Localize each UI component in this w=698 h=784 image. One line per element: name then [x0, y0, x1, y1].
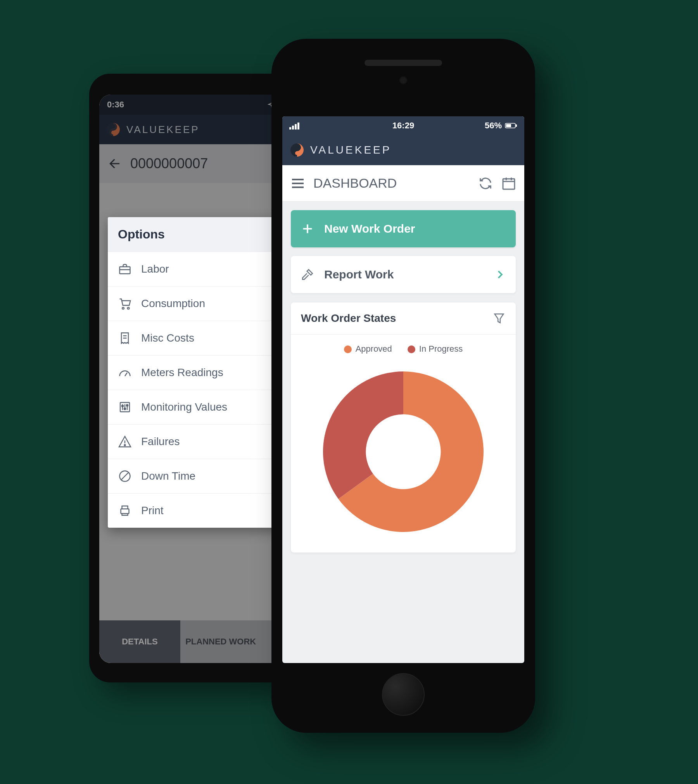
hamburger-icon[interactable] — [290, 176, 306, 191]
iphone-home-button[interactable] — [382, 673, 425, 716]
legend-approved: Approved — [344, 344, 392, 354]
new-work-order-button[interactable]: New Work Order — [291, 210, 516, 247]
option-monitoring-values[interactable]: Monitoring Values — [108, 390, 289, 424]
tab-planned-work[interactable]: PLANNED WORK — [180, 620, 261, 663]
option-label: Misc Costs — [141, 332, 194, 344]
svg-point-7 — [122, 405, 123, 407]
plus-icon — [301, 222, 314, 235]
hammer-icon — [301, 268, 314, 281]
option-misc-costs[interactable]: Misc Costs — [108, 321, 289, 355]
options-title: Options — [108, 217, 289, 252]
dashboard-content: New Work Order Report Work Work Order St… — [282, 202, 524, 561]
report-work-label: Report Work — [324, 268, 394, 281]
ios-status-bar: 16:29 56% — [282, 116, 524, 135]
new-work-order-label: New Work Order — [324, 222, 415, 235]
gauge-icon — [118, 366, 132, 380]
iphone-camera — [399, 76, 408, 85]
record-id: 0000000007 — [130, 155, 208, 172]
option-label: Down Time — [141, 470, 195, 482]
svg-point-9 — [126, 404, 128, 406]
work-order-states-card: Work Order States Approved In Progress — [291, 302, 516, 553]
svg-point-4 — [122, 307, 124, 309]
warning-icon — [118, 435, 132, 449]
option-label: Consumption — [141, 297, 205, 310]
svg-rect-3 — [120, 267, 130, 274]
svg-point-5 — [128, 307, 130, 309]
option-labor[interactable]: Labor — [108, 252, 289, 286]
calendar-icon[interactable] — [501, 176, 517, 191]
dashboard-bar: DASHBOARD — [282, 165, 524, 202]
app-header-right: VALUEKEEP — [282, 135, 524, 165]
tab-details[interactable]: DETAILS — [99, 620, 180, 663]
option-label: Print — [141, 504, 164, 517]
iphone-speaker — [365, 60, 442, 66]
option-down-time[interactable]: Down Time — [108, 459, 289, 493]
svg-point-10 — [124, 445, 126, 446]
back-arrow-icon[interactable] — [108, 156, 123, 171]
report-work-button[interactable]: Report Work — [291, 256, 516, 293]
print-icon — [118, 504, 132, 518]
brand-name: VALUEKEEP — [310, 144, 391, 156]
chart-legend: Approved In Progress — [291, 335, 516, 359]
ban-icon — [118, 469, 132, 483]
refresh-icon[interactable] — [478, 176, 493, 191]
page-title: DASHBOARD — [313, 176, 470, 191]
option-label: Failures — [141, 435, 180, 448]
iphone-screen: 16:29 56% VALUEKEEP DASHBOARD — [282, 116, 524, 663]
receipt-icon — [118, 331, 132, 345]
svg-rect-20 — [503, 179, 515, 189]
option-consumption[interactable]: Consumption — [108, 286, 289, 321]
sliders-icon — [118, 400, 132, 414]
device-iphone: 16:29 56% VALUEKEEP DASHBOARD — [271, 39, 535, 733]
donut-chart — [291, 359, 516, 545]
ios-time: 16:29 — [282, 121, 524, 131]
option-failures[interactable]: Failures — [108, 424, 289, 459]
option-label: Monitoring Values — [141, 401, 227, 413]
android-time: 0:36 — [107, 100, 124, 110]
valuekeep-logo-icon — [105, 122, 121, 137]
brand-name: VALUEKEEP — [126, 124, 200, 136]
svg-point-8 — [124, 408, 126, 409]
filter-icon[interactable] — [492, 312, 506, 325]
cart-icon — [118, 297, 132, 311]
legend-inprogress: In Progress — [408, 344, 463, 354]
option-label: Meters Readings — [141, 366, 223, 379]
options-popover: Options Labor Consumption Misc Costs Met… — [108, 217, 289, 528]
states-title: Work Order States — [301, 312, 396, 325]
option-label: Labor — [141, 263, 169, 275]
option-print[interactable]: Print — [108, 493, 289, 528]
chevron-right-icon — [494, 269, 506, 280]
svg-rect-12 — [121, 509, 129, 514]
valuekeep-logo-icon — [289, 142, 305, 158]
option-meters-readings[interactable]: Meters Readings — [108, 355, 289, 390]
briefcase-icon — [118, 262, 132, 276]
